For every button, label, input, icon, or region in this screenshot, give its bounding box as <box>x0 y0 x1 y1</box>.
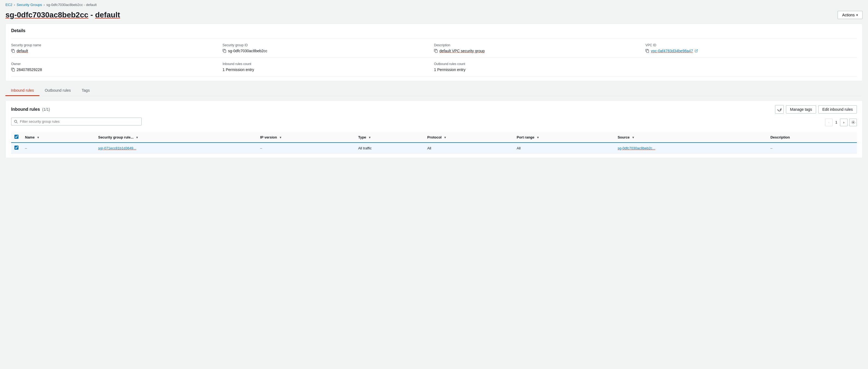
breadcrumb-current: sg-0dfc7030ac8beb2cc - default <box>46 3 97 7</box>
outbound-count-text: 1 Permission entry <box>434 67 466 72</box>
table-row: – sgr-071ecc81b1d3649... – All traffic A… <box>11 143 857 153</box>
vpc-id-label: VPC ID <box>645 43 852 47</box>
sort-icon-ip: ▼ <box>279 136 282 139</box>
copy-icon-owner[interactable] <box>11 68 15 72</box>
sort-icon-type: ▼ <box>368 136 371 139</box>
section-title-group: Inbound rules (1/1) <box>11 107 50 112</box>
sg-id-label: Security group ID <box>223 43 430 47</box>
manage-tags-button[interactable]: Manage tags <box>786 105 816 113</box>
refresh-icon <box>777 107 782 112</box>
vpc-id-value: vpc-0af4783d34be98a47 <box>645 49 852 53</box>
search-bar <box>11 118 142 125</box>
outbound-count-cell: Outbound rules count 1 Permission entry <box>434 58 645 77</box>
header-type: Type ▼ <box>355 132 424 143</box>
search-input[interactable] <box>20 119 138 123</box>
breadcrumb: EC2 › Security Groups › sg-0dfc7030ac8be… <box>0 0 868 9</box>
sort-icon-rule-id: ▼ <box>135 136 138 139</box>
table-header-row: Name ▼ Security group rule... ▼ IP versi… <box>11 132 857 143</box>
page-header: sg-0dfc7030ac8beb2cc - default Actions ▾ <box>0 9 868 24</box>
tabs-container: Inbound rules Outbound rules Tags <box>5 85 863 96</box>
breadcrumb-ec2[interactable]: EC2 <box>5 3 12 7</box>
pagination-bar: ‹ 1 › <box>825 119 857 126</box>
owner-cell: Owner 284078529228 <box>11 58 223 77</box>
details-grid: Security group name default Security gro… <box>11 39 857 77</box>
sg-id-text: sg-0dfc7030ac8beb2cc <box>228 49 268 53</box>
vpc-id-link[interactable]: vpc-0af4783d34be98a47 <box>651 49 693 53</box>
header-checkbox-col <box>11 132 22 143</box>
copy-icon-description[interactable] <box>434 49 438 53</box>
sg-name-label: Security group name <box>11 43 218 47</box>
row-description: – <box>767 143 857 153</box>
svg-rect-5 <box>12 69 14 72</box>
header-ip-version: IP version ▼ <box>257 132 355 143</box>
row-port-range: All <box>514 143 614 153</box>
svg-rect-3 <box>647 50 649 53</box>
breadcrumb-security-groups[interactable]: Security Groups <box>17 3 42 7</box>
inbound-rules-table: Name ▼ Security group rule... ▼ IP versi… <box>11 132 857 153</box>
owner-label: Owner <box>11 62 218 66</box>
inbound-count-value: 1 Permission entry <box>223 67 430 72</box>
outbound-count-label: Outbound rules count <box>434 62 641 66</box>
sort-icon-port: ▼ <box>536 136 539 139</box>
row-protocol: All <box>424 143 514 153</box>
details-card: Details Security group name default Secu… <box>5 24 863 81</box>
page-title-name: default <box>95 10 120 19</box>
inbound-count-label: Inbound rules count <box>223 62 430 66</box>
tab-tags[interactable]: Tags <box>76 85 95 96</box>
actions-chevron-icon: ▾ <box>856 13 858 17</box>
row-rule-id: sgr-071ecc81b1d3649... <box>95 143 257 153</box>
inbound-count-text: 1 Permission entry <box>223 67 254 72</box>
settings-icon <box>851 120 855 124</box>
svg-rect-2 <box>435 50 437 53</box>
sg-name-cell: Security group name default <box>11 39 223 58</box>
page-title-separator: - <box>91 10 95 19</box>
description-label: Description <box>434 43 641 47</box>
row-checkbox[interactable] <box>14 146 19 150</box>
actions-button[interactable]: Actions ▾ <box>838 11 863 19</box>
section-count: (1/1) <box>42 107 50 112</box>
copy-icon-vpc[interactable] <box>645 49 649 53</box>
description-text: default VPC security group <box>439 49 485 53</box>
svg-line-4 <box>696 50 698 51</box>
section-actions: Manage tags Edit inbound rules <box>775 105 857 114</box>
table-settings-button[interactable] <box>849 119 857 126</box>
tab-inbound-rules[interactable]: Inbound rules <box>5 85 39 96</box>
header-source: Source ▼ <box>615 132 767 143</box>
header-port-range: Port range ▼ <box>514 132 614 143</box>
sg-id-cell: Security group ID sg-0dfc7030ac8beb2cc <box>223 39 434 58</box>
sort-icon-source: ▼ <box>631 136 634 139</box>
search-icon <box>14 120 18 123</box>
page-number: 1 <box>834 120 838 124</box>
header-rule-id: Security group rule... ▼ <box>95 132 257 143</box>
header-protocol: Protocol ▼ <box>424 132 514 143</box>
section-header: Inbound rules (1/1) Manage tags Edit inb… <box>11 105 857 114</box>
sort-icon-name: ▼ <box>37 136 40 139</box>
row-source: sg-0dfc7030ac8beb2c... <box>615 143 767 153</box>
svg-rect-1 <box>224 50 226 53</box>
inbound-rules-section: Inbound rules (1/1) Manage tags Edit inb… <box>5 101 863 158</box>
details-title: Details <box>11 28 857 33</box>
prev-page-button[interactable]: ‹ <box>825 119 833 126</box>
section-title: Inbound rules (1/1) <box>11 107 50 112</box>
tab-outbound-rules[interactable]: Outbound rules <box>39 85 76 96</box>
copy-icon-sg-id[interactable] <box>223 49 226 53</box>
page-title-id: sg-0dfc7030ac8beb2cc <box>5 10 88 19</box>
select-all-checkbox[interactable] <box>14 135 19 139</box>
row-checkbox-cell <box>11 143 22 153</box>
header-description: Description <box>767 132 857 143</box>
header-name: Name ▼ <box>22 132 95 143</box>
next-page-button[interactable]: › <box>840 119 848 126</box>
svg-line-7 <box>17 122 18 123</box>
inbound-count-cell: Inbound rules count 1 Permission entry <box>223 58 434 77</box>
refresh-button[interactable] <box>775 105 784 114</box>
svg-point-6 <box>14 120 17 122</box>
edit-inbound-rules-button[interactable]: Edit inbound rules <box>818 105 857 113</box>
copy-icon-sg-name[interactable] <box>11 49 15 53</box>
rule-id-link[interactable]: sgr-071ecc81b1d3649... <box>98 146 136 150</box>
breadcrumb-sep-2: › <box>44 3 45 7</box>
description-cell: Description default VPC security group <box>434 39 645 58</box>
external-link-icon <box>694 49 698 53</box>
tabs: Inbound rules Outbound rules Tags <box>5 85 863 96</box>
source-link[interactable]: sg-0dfc7030ac8beb2c... <box>618 146 655 150</box>
owner-text: 284078529228 <box>17 67 42 72</box>
